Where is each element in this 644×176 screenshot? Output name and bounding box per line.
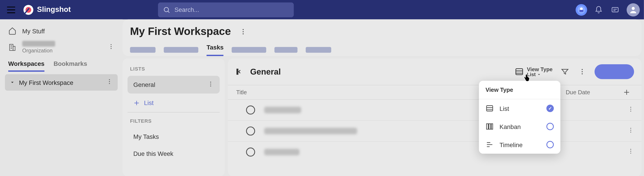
option-unselected-indicator <box>546 141 554 148</box>
task-complete-toggle[interactable] <box>246 147 255 156</box>
task-row[interactable] <box>228 100 641 121</box>
option-selected-indicator <box>546 105 554 112</box>
search-icon <box>163 6 170 14</box>
view-type-option-timeline[interactable]: Timeline <box>479 135 560 154</box>
view-type-option-list[interactable]: List <box>479 99 560 117</box>
kanban-icon <box>486 122 494 130</box>
sidebar-workspace-label: My First Workspace <box>19 79 73 86</box>
svg-point-15 <box>109 83 110 84</box>
notifications-icon[interactable] <box>594 5 604 15</box>
plus-icon <box>133 99 140 106</box>
content-more-icon[interactable] <box>577 67 587 77</box>
task-title-redacted <box>264 128 357 134</box>
list-item-general[interactable]: General <box>128 76 220 94</box>
filter-icon[interactable] <box>560 67 570 77</box>
svg-point-27 <box>630 107 631 108</box>
svg-point-28 <box>630 109 631 110</box>
timeline-icon <box>486 140 494 149</box>
filter-due-this-week[interactable]: Due this Week <box>128 145 220 162</box>
app-logo[interactable]: Slingshot <box>23 4 71 15</box>
task-row-more-icon[interactable] <box>628 127 634 135</box>
svg-point-2 <box>164 7 168 12</box>
workspace-header: My First Workspace Tasks <box>122 19 641 56</box>
add-list-label: List <box>144 99 154 106</box>
primary-action-button[interactable] <box>594 64 634 79</box>
view-type-label: View Type <box>527 67 552 72</box>
task-title-redacted <box>264 107 301 113</box>
presence-avatar[interactable] <box>576 4 587 16</box>
user-avatar[interactable] <box>626 3 640 16</box>
popover-title: View Type <box>479 81 560 99</box>
collapse-panel-icon[interactable] <box>235 67 244 76</box>
top-bar: Slingshot <box>0 0 644 19</box>
view-type-option-kanban[interactable]: Kanban <box>479 117 560 135</box>
option-label: Timeline <box>500 141 541 148</box>
task-complete-toggle[interactable] <box>246 126 255 135</box>
workspace-more-icon[interactable] <box>238 27 248 37</box>
header-tab-tasks[interactable]: Tasks <box>206 44 224 56</box>
task-complete-toggle[interactable] <box>246 105 255 114</box>
task-row-more-icon[interactable] <box>628 106 634 114</box>
svg-rect-23 <box>516 69 522 75</box>
view-type-button[interactable]: View Type List <box>514 67 552 77</box>
cursor-pointer-icon <box>522 73 531 84</box>
caret-down-icon <box>10 80 15 85</box>
header-tab-redacted[interactable] <box>306 47 332 53</box>
svg-rect-8 <box>10 44 13 50</box>
add-list-button[interactable]: List <box>128 94 220 113</box>
svg-point-17 <box>242 31 244 32</box>
hamburger-menu-icon[interactable] <box>4 3 18 17</box>
column-due-date: Due Date <box>566 89 619 95</box>
svg-point-31 <box>630 130 631 130</box>
global-search[interactable] <box>158 2 294 17</box>
option-unselected-indicator <box>546 123 554 130</box>
option-label: Kanban <box>500 123 541 130</box>
list-item-label: General <box>133 81 155 88</box>
task-row-more-icon[interactable] <box>628 148 634 156</box>
header-tab-redacted[interactable] <box>164 47 198 53</box>
add-column-icon[interactable] <box>619 89 634 96</box>
content-title: General <box>250 67 281 76</box>
lists-section-label: LISTS <box>128 63 220 76</box>
svg-point-7 <box>632 7 634 10</box>
header-tab-redacted[interactable] <box>232 47 266 53</box>
search-input[interactable] <box>174 6 289 13</box>
svg-point-21 <box>210 86 211 86</box>
sidebar-workspace-more-icon[interactable] <box>106 78 113 87</box>
org-subtitle: Organization <box>22 48 55 54</box>
svg-point-35 <box>630 153 631 154</box>
task-list-panel: General View Type List <box>228 58 641 176</box>
svg-point-29 <box>630 111 631 111</box>
slingshot-logo-icon <box>23 4 34 15</box>
home-icon <box>8 27 16 35</box>
org-name-redacted <box>22 41 55 47</box>
svg-point-18 <box>242 33 244 34</box>
task-title-redacted <box>264 149 300 155</box>
header-tab-redacted[interactable] <box>130 47 156 53</box>
task-row[interactable] <box>228 142 641 162</box>
sidebar-tab-workspaces[interactable]: Workspaces <box>8 60 44 72</box>
svg-rect-5 <box>580 10 584 12</box>
sidebar-workspace-item[interactable]: My First Workspace <box>5 74 118 91</box>
filter-my-tasks[interactable]: My Tasks <box>128 128 220 145</box>
svg-rect-9 <box>13 46 15 50</box>
svg-point-19 <box>210 82 211 83</box>
org-more-icon[interactable] <box>108 43 114 51</box>
nav-organization[interactable]: Organization <box>3 38 120 56</box>
sidebar-tab-bookmarks[interactable]: Bookmarks <box>54 60 87 72</box>
header-tab-redacted[interactable] <box>274 47 298 53</box>
task-row[interactable] <box>228 121 641 142</box>
svg-point-25 <box>582 71 583 72</box>
left-sidebar: My Stuff Organization Workspaces Bookmar… <box>0 19 122 176</box>
svg-point-26 <box>582 73 583 74</box>
nav-my-stuff[interactable]: My Stuff <box>3 24 120 38</box>
list-item-more-icon[interactable] <box>207 81 214 89</box>
svg-point-20 <box>210 84 211 84</box>
svg-point-4 <box>580 8 583 10</box>
svg-point-32 <box>630 132 631 132</box>
list-view-icon <box>514 67 524 76</box>
option-label: List <box>500 105 541 112</box>
app-name: Slingshot <box>37 5 71 14</box>
chat-icon[interactable] <box>610 5 620 15</box>
list-icon <box>486 104 494 113</box>
